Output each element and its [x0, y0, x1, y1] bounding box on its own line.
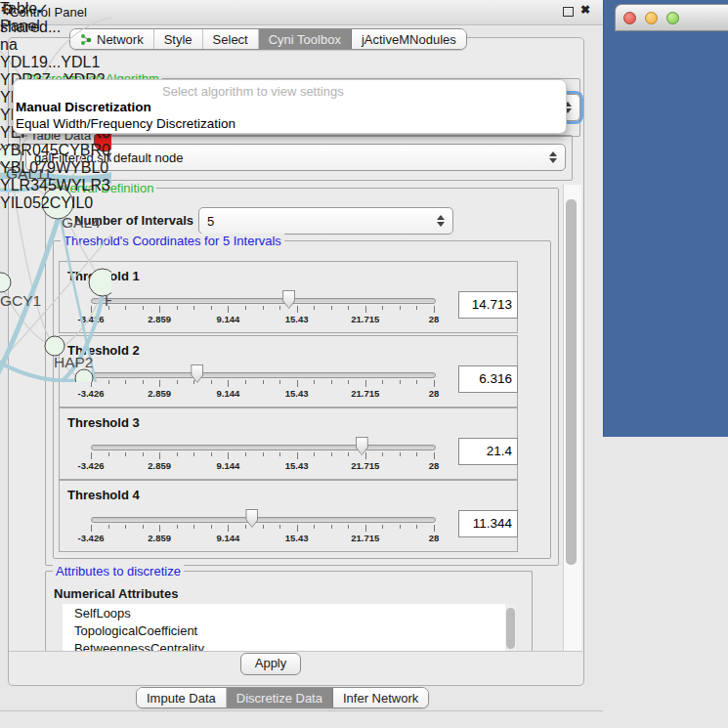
zoom-traffic-light-icon[interactable] [666, 12, 679, 24]
numerical-attributes-label: Numerical Attributes [54, 586, 178, 601]
close-traffic-light-icon[interactable] [623, 12, 636, 24]
slider-track[interactable] [91, 298, 436, 304]
attribute-list-item[interactable]: TopologicalCoefficient [63, 621, 505, 639]
slider-tick [314, 306, 315, 310]
slider-tick-label: 2.859 [138, 533, 181, 543]
slider-tick-label: 21.715 [344, 388, 387, 399]
slider-tick [434, 525, 435, 532]
slider-tick [143, 525, 144, 529]
threshold-value-field[interactable]: 14.713 [458, 291, 518, 319]
slider-tick [348, 306, 349, 310]
slider-tick [263, 306, 264, 310]
slider-tick-label: 15.43 [276, 533, 319, 543]
slider-tick [365, 452, 366, 459]
slider-tick [365, 306, 366, 313]
network-view-frame [603, 0, 728, 437]
tab-jactivemnodules[interactable]: jActiveMNodules [352, 29, 466, 49]
tab-discretize-data[interactable]: Discretize Data [227, 688, 333, 707]
cell-name: YBR0 [69, 142, 110, 158]
checkbox-icon[interactable]: ✓ [36, 1, 49, 18]
slider-tick [382, 380, 383, 384]
slider-tick [245, 452, 246, 456]
checkbox-icon[interactable]: ✓ [19, 1, 31, 18]
network-node[interactable] [45, 336, 64, 356]
slider-tick [228, 525, 229, 532]
table-row[interactable]: YLR345WYLR3 [0, 177, 114, 194]
cell-shared-name: YDL19... [0, 54, 61, 70]
apply-button[interactable]: Apply [240, 653, 301, 675]
slider-tick [331, 306, 332, 310]
network-node-label: HAP2 [54, 354, 94, 370]
threshold-label: Threshold 4 [67, 488, 140, 502]
network-window-titlebar[interactable] [615, 4, 728, 31]
tab-label: Cyni Toolbox [269, 32, 341, 47]
screen: Control Panel ✖ NetworkStyleSelectCyni T… [0, 0, 728, 728]
slider-thumb[interactable] [245, 509, 258, 528]
slider-tick [91, 525, 92, 532]
slider-tick-label: 2.859 [138, 388, 181, 399]
slider-thumb[interactable] [282, 290, 295, 309]
slider-tick [382, 306, 383, 310]
attribute-list-item[interactable]: SelfLoops [63, 604, 505, 621]
slider-tick [108, 525, 109, 529]
tab-label: Style [164, 32, 193, 47]
tab-cyni-toolbox[interactable]: Cyni Toolbox [259, 29, 352, 49]
column-header-name[interactable]: na [0, 36, 59, 54]
threshold-value-field[interactable]: 11.344 [458, 510, 518, 537]
slider-tick [348, 380, 349, 384]
cell-name: YIL0 [61, 194, 93, 211]
tab-infer-network[interactable]: Infer Network [333, 688, 428, 707]
table-row[interactable]: YBL079WYBL0 [0, 159, 114, 177]
slider-thumb[interactable] [356, 437, 368, 455]
threshold-value-field[interactable]: 6.316 [458, 365, 518, 393]
slider-tick [245, 306, 246, 310]
network-node[interactable] [75, 369, 93, 382]
slider-tick-label: -3.426 [69, 460, 112, 471]
tab-select[interactable]: Select [203, 29, 259, 49]
slider-tick-label: 9.144 [206, 533, 249, 543]
slider-tick [263, 452, 264, 456]
slider-tick [400, 452, 401, 456]
table-row[interactable]: YDL19...YDL1 [0, 54, 114, 71]
gear-icon[interactable]: ⚙ [0, 1, 14, 18]
threshold-panel: Threshold 1-3.4262.8599.14415.4321.71528… [59, 261, 518, 333]
table-row[interactable]: YBR045CYBR0 [0, 142, 114, 159]
threshold-panel: Threshold 3-3.4262.8599.14415.4321.71528… [59, 407, 518, 480]
cell-shared-name: YBL079W [0, 159, 70, 176]
table-row[interactable]: YIL052CYIL0 [0, 194, 114, 212]
slider-track[interactable] [91, 517, 436, 523]
minimize-traffic-light-icon[interactable] [645, 12, 658, 24]
slider-tick [193, 525, 194, 529]
slider-track[interactable] [91, 445, 436, 450]
numerical-attributes-list[interactable]: SelfLoopsTopologicalCoefficientBetweenne… [63, 604, 505, 651]
slider-track[interactable] [91, 372, 436, 378]
float-window-icon[interactable] [563, 7, 574, 17]
slider-tick [177, 306, 178, 310]
slider-thumb[interactable] [191, 364, 203, 383]
slider-tick-label: -3.426 [69, 533, 112, 543]
network-node-label: H [105, 292, 111, 309]
column-header-shared-name[interactable]: shared... [0, 19, 74, 36]
dropdown-option-equal-width-frequency[interactable]: Equal Width/Frequency Discretization [16, 116, 236, 131]
network-node[interactable] [0, 273, 11, 292]
slider-tick [228, 306, 229, 313]
tab-impute-data[interactable]: Impute Data [137, 688, 227, 707]
network-node-label: GAL4 [62, 214, 101, 231]
slider-tick [434, 306, 435, 313]
tab-label: Select [213, 32, 248, 47]
main-scrollbar-thumb[interactable] [566, 199, 577, 565]
number-of-intervals-combobox[interactable]: 5 [198, 207, 453, 235]
tab-style[interactable]: Style [154, 29, 203, 49]
slider-tick [263, 525, 264, 529]
slider-tick-label: 21.715 [344, 314, 387, 324]
threshold-value-field[interactable]: 21.4 [458, 438, 518, 465]
slider-tick [331, 380, 332, 384]
slider-tick-label: 15.43 [276, 314, 319, 324]
attribute-list-item[interactable]: BetweennessCentrality [63, 639, 505, 651]
close-icon[interactable]: ✖ [580, 3, 590, 17]
threshold-panel: Threshold 2-3.4262.8599.14415.4321.71528… [59, 335, 518, 407]
attributes-scrollbar-thumb[interactable] [506, 608, 515, 649]
dropdown-option-manual-discretization[interactable]: Manual Discretization [16, 100, 151, 114]
network-node-label: GCY1 [0, 292, 41, 309]
slider-tick-label: 2.859 [138, 314, 181, 324]
